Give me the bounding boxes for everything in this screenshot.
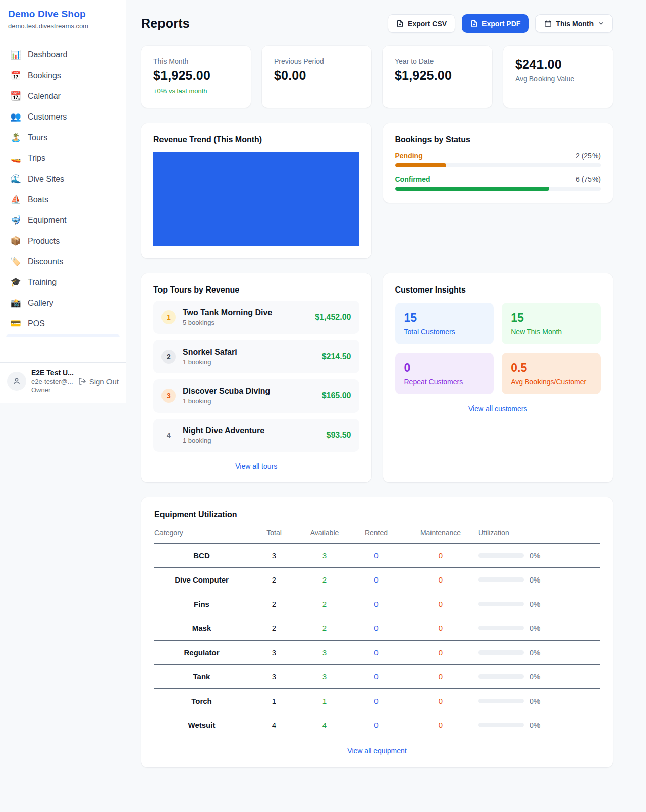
main-content: Reports Export CSV Export PDF — [126, 0, 646, 787]
sidebar-item-dive-sites[interactable]: 🌊 Dive Sites — [4, 168, 122, 189]
insight-label: Repeat Customers — [404, 378, 485, 386]
tour-bookings: 5 bookings — [183, 319, 308, 326]
sidebar-item-discounts[interactable]: 🏷️ Discounts — [4, 251, 122, 272]
sidebar-item-products[interactable]: 📦 Products — [4, 230, 122, 251]
shop-name[interactable]: Demo Dive Shop — [8, 9, 118, 20]
utilization-bar — [478, 699, 524, 703]
equipment-rented: 0 — [350, 689, 403, 713]
col-header-rented: Rented — [350, 529, 403, 544]
equipment-category: BCD — [154, 544, 249, 568]
tour-revenue: $1,452.00 — [315, 313, 351, 322]
equipment-rented: 0 — [350, 568, 403, 592]
customer-insights-title: Customer Insights — [395, 285, 601, 295]
tour-row: 1 Two Tank Morning Dive 5 bookings $1,45… — [153, 301, 359, 334]
stat-value: $1,925.00 — [153, 68, 239, 83]
sidebar-item-training[interactable]: 🎓 Training — [4, 272, 122, 293]
stat-label: Year to Date — [395, 57, 480, 65]
charts-row: Revenue Trend (This Month) Bookings by S… — [141, 123, 613, 258]
equipment-utilization-cell: 0% — [478, 641, 600, 665]
sidebar-item-label: Gallery — [28, 299, 53, 308]
tour-row: 4 Night Dive Adventure 1 booking $93.50 — [153, 419, 359, 452]
sidebar: Demo Dive Shop demo.test.divestreams.com… — [0, 0, 126, 403]
wave-icon: 🌊 — [10, 173, 21, 184]
period-selector[interactable]: This Month — [535, 14, 613, 33]
sidebar-item-customers[interactable]: 👥 Customers — [4, 106, 122, 127]
utilization-percent: 0% — [530, 552, 540, 560]
equipment-total: 2 — [249, 568, 299, 592]
graduation-cap-icon: 🎓 — [10, 277, 21, 287]
equipment-category: Dive Computer — [154, 568, 249, 592]
stats-row: This Month $1,925.00 +0% vs last month P… — [141, 46, 613, 108]
utilization-percent: 0% — [530, 697, 540, 705]
sidebar-item-equipment[interactable]: 🤿 Equipment — [4, 210, 122, 230]
sidebar-item-bookings[interactable]: 📅 Bookings — [4, 65, 122, 86]
equipment-utilization-cell: 0% — [478, 616, 600, 641]
customer-insights-card: Customer Insights 15 Total Customers 15 … — [383, 273, 613, 482]
view-all-equipment-link[interactable]: View all equipment — [154, 747, 600, 755]
sidebar-item-label: Trips — [28, 154, 45, 163]
package-icon: 📦 — [10, 236, 21, 246]
stat-value: $241.00 — [515, 57, 601, 72]
utilization-percent: 0% — [530, 624, 540, 632]
insight-value: 0 — [404, 361, 485, 375]
status-bar-track — [395, 163, 601, 167]
stat-card-this-month: This Month $1,925.00 +0% vs last month — [141, 46, 251, 108]
rank-badge: 1 — [162, 310, 176, 324]
status-label: Pending — [395, 152, 423, 160]
col-header-category: Category — [154, 529, 249, 544]
page-title: Reports — [141, 16, 190, 31]
export-csv-button[interactable]: Export CSV — [388, 14, 455, 33]
equipment-utilization-cell: 0% — [478, 544, 600, 568]
utilization-percent: 0% — [530, 576, 540, 584]
status-bar-fill — [395, 163, 447, 167]
sidebar-item-pos[interactable]: 💳 POS — [4, 313, 122, 334]
sidebar-item-reports-active-clipped[interactable] — [6, 334, 120, 337]
equipment-total: 4 — [249, 713, 299, 737]
sidebar-item-tours[interactable]: 🏝️ Tours — [4, 127, 122, 148]
export-pdf-button[interactable]: Export PDF — [462, 14, 529, 33]
col-header-available: Available — [299, 529, 350, 544]
sidebar-item-gallery[interactable]: 📸 Gallery — [4, 293, 122, 313]
stat-value: $0.00 — [274, 68, 359, 83]
shop-logo-block: Demo Dive Shop demo.test.divestreams.com — [0, 0, 126, 37]
revenue-trend-chart — [153, 152, 359, 246]
stat-card-previous-period: Previous Period $0.00 — [262, 46, 371, 108]
view-all-customers-link[interactable]: View all customers — [395, 404, 601, 413]
status-row-pending: Pending 2 (25%) — [395, 152, 601, 167]
sign-out-label: Sign Out — [89, 377, 119, 386]
status-label: Confirmed — [395, 175, 430, 183]
equipment-utilization-cell: 0% — [478, 713, 600, 737]
equipment-available: 3 — [299, 641, 350, 665]
col-header-utilization: Utilization — [478, 529, 600, 544]
equipment-table: Category Total Available Rented Maintena… — [154, 529, 600, 737]
view-all-tours-link[interactable]: View all tours — [153, 462, 359, 470]
status-count: 2 (25%) — [576, 152, 601, 160]
equipment-rented: 0 — [350, 544, 403, 568]
sidebar-item-calendar[interactable]: 📆 Calendar — [4, 86, 122, 106]
equipment-maintenance: 0 — [403, 616, 478, 641]
file-download-icon — [470, 20, 478, 27]
sign-out-button[interactable]: Sign Out — [78, 377, 119, 386]
equipment-rented: 0 — [350, 713, 403, 737]
insight-value: 0.5 — [511, 361, 591, 375]
sidebar-item-boats[interactable]: ⛵ Boats — [4, 189, 122, 210]
sidebar-item-label: Calendar — [28, 92, 61, 101]
status-bar-track — [395, 187, 601, 191]
tour-bookings: 1 booking — [183, 358, 315, 366]
equipment-available: 2 — [299, 568, 350, 592]
equipment-category: Regulator — [154, 641, 249, 665]
stat-delta: +0% vs last month — [153, 87, 239, 95]
sidebar-item-dashboard[interactable]: 📊 Dashboard — [4, 44, 122, 65]
sidebar-item-label: Customers — [28, 112, 67, 122]
top-tours-card: Top Tours by Revenue 1 Two Tank Morning … — [141, 273, 371, 482]
equipment-table-row: Tank33000% — [154, 665, 600, 689]
sailboat-icon: ⛵ — [10, 194, 21, 205]
credit-card-icon: 💳 — [10, 318, 21, 329]
sidebar-item-label: Equipment — [28, 216, 67, 225]
bookings-by-status-title: Bookings by Status — [395, 135, 601, 144]
utilization-percent: 0% — [530, 721, 540, 729]
top-tours-title: Top Tours by Revenue — [153, 285, 359, 295]
insight-value: 15 — [511, 311, 591, 325]
person-icon — [12, 377, 21, 386]
sidebar-item-trips[interactable]: 🚤 Trips — [4, 148, 122, 168]
